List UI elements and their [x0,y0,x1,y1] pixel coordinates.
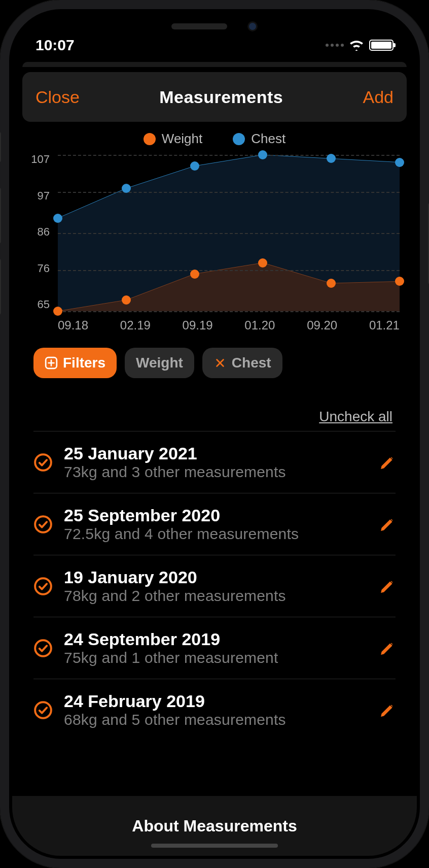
data-point[interactable] [190,161,199,171]
speaker-grill [171,23,227,29]
list-item-date: 24 September 2019 [64,629,368,649]
weight-chip-label: Weight [136,355,183,371]
data-point[interactable] [395,277,404,286]
check-circle-icon[interactable] [33,577,53,596]
list-item-text: 25 January 202173kg and 3 other measurem… [64,444,368,481]
data-point[interactable] [122,295,131,305]
legend-weight-label: Weight [162,131,202,147]
list-item-summary: 68kg and 5 other measurements [64,711,368,728]
data-point[interactable] [327,154,336,163]
legend-chest-label: Chest [251,131,285,147]
about-measurements-label: About Measurements [132,817,297,836]
plus-square-icon [45,356,58,370]
edit-icon[interactable] [379,578,396,594]
circle-icon [233,133,245,145]
cellular-dots-icon [326,44,344,47]
nav-bar: Close Measurements Add [22,72,407,122]
plot-area [58,155,400,311]
chart-legend: Weight Chest [22,122,407,153]
svg-point-4 [35,640,51,656]
battery-icon [369,40,394,51]
data-point[interactable] [258,258,267,268]
list-item[interactable]: 25 September 202072.5kg and 4 other meas… [33,493,396,555]
list-item[interactable]: 24 September 201975kg and 1 other measur… [33,617,396,679]
legend-chest[interactable]: Chest [233,131,285,147]
chest-chip[interactable]: Chest [202,348,282,378]
list-item-summary: 75kg and 1 other measurement [64,649,368,666]
list-item-date: 19 January 2020 [64,567,368,587]
close-button[interactable]: Close [35,87,80,107]
home-indicator[interactable] [151,844,278,848]
data-point[interactable] [395,158,404,167]
screen: 10:07 Close Measurements Add Weight [12,12,417,856]
phone-frame: 10:07 Close Measurements Add Weight [0,0,429,868]
list-item-summary: 73kg and 3 other measurements [64,463,368,481]
svg-point-2 [35,516,51,532]
x-axis: 09.1802.1909.1901.2009.2001.21 [58,318,400,332]
list-item[interactable]: 25 January 202173kg and 3 other measurem… [33,431,396,493]
data-point[interactable] [122,184,131,193]
svg-point-3 [35,578,51,594]
weight-chip[interactable]: Weight [125,348,194,378]
page-title: Measurements [159,87,283,107]
front-camera [247,21,258,31]
add-button[interactable]: Add [363,87,394,107]
uncheck-all-link[interactable]: Uncheck all [319,409,392,424]
measurement-list: 25 January 202173kg and 3 other measurem… [22,431,407,741]
status-time: 10:07 [35,37,75,54]
list-item-text: 19 January 202078kg and 2 other measurem… [64,567,368,605]
edit-icon[interactable] [379,640,396,656]
chest-chip-label: Chest [232,355,271,371]
close-icon [213,356,227,370]
check-circle-icon[interactable] [33,700,53,720]
phone-volume-up [0,188,1,244]
phone-silence-switch [0,132,1,162]
wifi-icon [349,40,364,51]
edit-icon[interactable] [379,454,396,471]
status-right [326,40,394,51]
list-item-date: 24 February 2019 [64,691,368,711]
svg-point-5 [35,702,51,718]
phone-volume-down [0,259,1,315]
list-item-text: 24 February 201968kg and 5 other measure… [64,691,368,728]
filters-chip[interactable]: Filters [33,348,117,378]
svg-point-1 [35,454,51,471]
legend-weight[interactable]: Weight [144,131,202,147]
data-point[interactable] [53,307,62,316]
content: Weight Chest 10797867665 09.1802.1909.19… [12,122,417,856]
check-circle-icon[interactable] [33,639,53,658]
list-item-text: 25 September 202072.5kg and 4 other meas… [64,506,368,543]
data-point[interactable] [53,214,62,223]
notch [138,12,291,41]
check-circle-icon[interactable] [33,453,53,472]
list-item-date: 25 January 2021 [64,444,368,463]
list-item-text: 24 September 201975kg and 1 other measur… [64,629,368,666]
list-item-summary: 72.5kg and 4 other measurements [64,525,368,543]
data-point[interactable] [327,279,336,288]
data-point[interactable] [258,150,267,159]
circle-icon [144,133,156,145]
data-point[interactable] [190,270,199,279]
filter-chips: Filters Weight Chest [22,336,407,378]
check-circle-icon[interactable] [33,515,53,534]
filters-chip-label: Filters [63,355,105,371]
edit-icon[interactable] [379,702,396,718]
y-axis: 10797867665 [26,153,50,311]
uncheck-row: Uncheck all [22,378,407,431]
sheet-top-edge [22,62,407,67]
chart: 10797867665 09.1802.1909.1901.2009.2001.… [22,153,407,336]
list-item-summary: 78kg and 2 other measurements [64,587,368,605]
list-item[interactable]: 24 February 201968kg and 5 other measure… [33,679,396,741]
list-item-date: 25 September 2020 [64,506,368,525]
edit-icon[interactable] [379,516,396,532]
list-item[interactable]: 19 January 202078kg and 2 other measurem… [33,555,396,617]
